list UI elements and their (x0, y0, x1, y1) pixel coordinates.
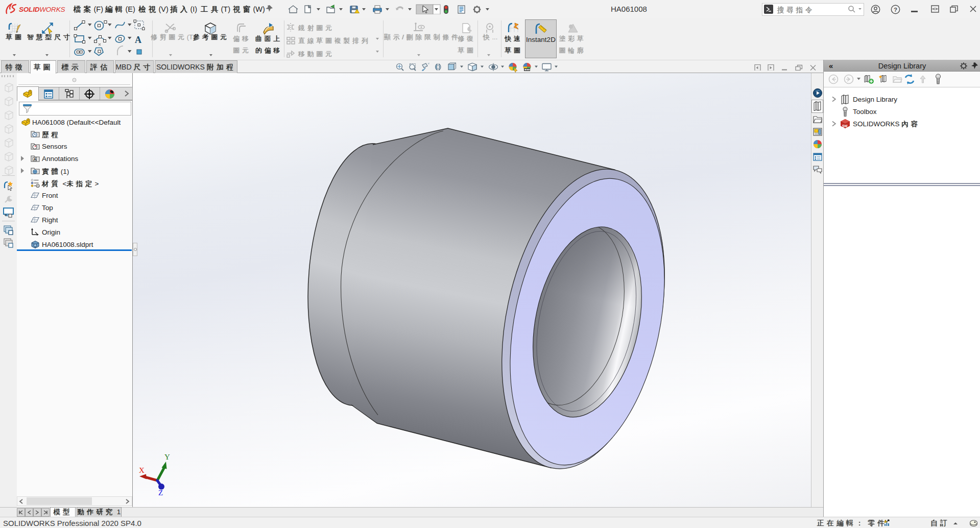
svg-text:Z: Z (158, 489, 163, 497)
svg-text:A: A (135, 35, 141, 45)
svg-text:X: X (139, 466, 145, 474)
svg-text:?: ? (894, 7, 897, 13)
svg-text:SW: SW (842, 124, 848, 128)
svg-text:Y: Y (164, 453, 170, 461)
svg-text:A: A (34, 157, 37, 162)
svg-text:SOLIDWORKS: SOLIDWORKS (19, 6, 65, 13)
